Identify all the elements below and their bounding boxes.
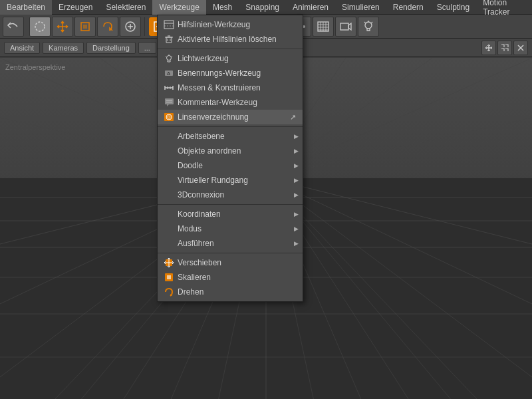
dropdown-item-messen[interactable]: Messen & Konstruieren — [158, 80, 303, 95]
cursor-indicator: ↗ — [290, 113, 296, 122]
svg-rect-90 — [167, 275, 171, 279]
dropdown-item-koordinaten-label: Koordinaten — [178, 209, 221, 219]
tb2-more[interactable]: ... — [138, 42, 156, 54]
svg-text:A: A — [167, 71, 170, 76]
dropdown-item-drehen[interactable]: Drehen — [158, 285, 303, 299]
delete-icon — [163, 35, 175, 44]
toolbar-video[interactable] — [335, 17, 356, 37]
svg-line-71 — [166, 56, 166, 57]
menu-motiontracker[interactable]: Motion Tracker — [476, 0, 532, 15]
menu-erzeugen[interactable]: Erzeugen — [52, 0, 99, 15]
dropdown-item-ausfuehren[interactable]: Ausführen — [158, 236, 303, 251]
tb2-kameras[interactable]: Kameras — [43, 42, 84, 54]
menu-simulieren[interactable]: Simulieren — [335, 0, 386, 15]
dropdown-item-arbeitsebene[interactable]: Arbeitsebene — [158, 129, 303, 144]
dropdown-item-messen-label: Messen & Konstruieren — [178, 83, 261, 92]
dropdown-section-werkzeuge: Lichtwerkzeug A Benennungs-Werkzeug — [158, 49, 303, 127]
dropdown-item-virtueller-rundgang[interactable]: Virtueller Rundgang — [158, 173, 303, 188]
svg-rect-62 — [164, 21, 174, 29]
dropdown-item-linsenverzeichnung-label: Linsenverzeichnung — [178, 112, 249, 122]
svg-point-69 — [167, 56, 172, 61]
svg-line-22 — [364, 22, 366, 23]
dropdown-item-modus[interactable]: Modus — [158, 221, 303, 236]
werkzeuge-dropdown: Hilfslinien-Werkzeug Aktivierte Hilfslin… — [157, 15, 303, 302]
light-icon — [163, 54, 175, 63]
dropdown-item-hilfslinien[interactable]: Hilfslinien-Werkzeug — [158, 17, 303, 32]
rename-icon: A — [163, 68, 175, 78]
lens-icon — [163, 112, 175, 122]
svg-rect-19 — [340, 23, 348, 30]
toolbar-texture[interactable] — [313, 17, 334, 37]
dropdown-item-modus-label: Modus — [178, 224, 201, 233]
dropdown-item-lichtwerkzeug-label: Lichtwerkzeug — [178, 54, 229, 63]
dropdown-item-kommentar-label: Kommentar-Werkzeug — [178, 98, 257, 107]
dropdown-item-3dconnexion-label: 3Dconnexion — [178, 190, 224, 200]
scale-icon — [163, 273, 175, 282]
toolbar-scale[interactable] — [74, 17, 96, 37]
dropdown-item-3dconnexion[interactable]: 3Dconnexion — [158, 188, 303, 202]
svg-point-0 — [35, 22, 45, 31]
dropdown-item-verschieben[interactable]: Verschieben — [158, 255, 303, 270]
toolbar-add[interactable] — [120, 17, 141, 37]
svg-point-20 — [365, 22, 372, 29]
rotate-icon — [163, 287, 175, 297]
measure-icon — [163, 83, 175, 92]
dropdown-item-benennungs-label: Benennungs-Werkzeug — [178, 68, 261, 78]
toolbar-undo[interactable] — [3, 17, 24, 37]
dropdown-item-doodle[interactable]: Doodle — [158, 158, 303, 173]
tb2-ansicht[interactable]: Ansicht — [4, 42, 40, 54]
dropdown-item-drehen-label: Drehen — [178, 287, 203, 297]
dropdown-item-hilfslinien-loeschen[interactable]: Aktivierte Hilfslinien löschen — [158, 32, 303, 47]
tb2-close-icon[interactable] — [513, 41, 528, 55]
viewport-label: Zentralperspektive — [5, 63, 66, 71]
menu-bearbeiten[interactable]: Bearbeiten — [0, 0, 52, 15]
dropdown-item-hilfslinien-label: Hilfslinien-Werkzeug — [178, 20, 250, 29]
dropdown-item-skalieren-label: Skalieren — [178, 273, 211, 282]
separator-1 — [144, 17, 145, 36]
toolbar-move[interactable] — [52, 17, 73, 37]
toolbar-light-bulb[interactable] — [358, 17, 379, 37]
menu-sculpting[interactable]: Sculpting — [430, 0, 476, 15]
menu-snapping[interactable]: Snapping — [239, 0, 286, 15]
move-icon — [163, 258, 175, 267]
dropdown-section-submenus1: Arbeitsebene Objekte anordnen Doodle Vir… — [158, 127, 303, 205]
dropdown-item-kommentar[interactable]: Kommentar-Werkzeug — [158, 95, 303, 110]
tb2-arrows-icon[interactable] — [481, 41, 496, 55]
dropdown-item-linsenverzeichnung[interactable]: Linsenverzeichnung ↗ — [158, 110, 303, 124]
toolbar-select[interactable] — [29, 17, 51, 37]
toolbar-rotate[interactable] — [97, 17, 118, 37]
svg-line-72 — [172, 56, 172, 57]
dropdown-item-koordinaten[interactable]: Koordinaten — [158, 207, 303, 221]
dropdown-item-verschieben-label: Verschieben — [178, 258, 221, 267]
dropdown-item-skalieren[interactable]: Skalieren — [158, 270, 303, 285]
dropdown-item-benennungs[interactable]: A Benennungs-Werkzeug — [158, 66, 303, 80]
tb2-expand-icon[interactable] — [497, 41, 512, 55]
dropdown-item-virtueller-rundgang-label: Virtueller Rundgang — [178, 176, 248, 185]
dropdown-section-submenus2: Koordinaten Modus Ausführen — [158, 205, 303, 253]
dropdown-item-lichtwerkzeug[interactable]: Lichtwerkzeug — [158, 51, 303, 66]
tb2-darstellung[interactable]: Darstellung — [86, 42, 136, 54]
menubar: Bearbeiten Erzeugen Selektieren Werkzeug… — [0, 0, 532, 15]
dropdown-item-doodle-label: Doodle — [178, 161, 203, 170]
hilfslinien-icon — [163, 20, 175, 29]
menu-werkzeuge[interactable]: Werkzeuge — [152, 0, 205, 15]
menu-mesh[interactable]: Mesh — [206, 0, 239, 15]
svg-rect-80 — [165, 98, 174, 104]
comment-icon — [163, 98, 175, 107]
dropdown-section-hilfslinien: Hilfslinien-Werkzeug Aktivierte Hilfslin… — [158, 15, 303, 49]
svg-line-23 — [372, 22, 373, 23]
dropdown-item-objekte-anordnen-label: Objekte anordnen — [178, 146, 241, 156]
svg-rect-2 — [83, 25, 87, 29]
dropdown-item-hilfslinien-loeschen-label: Aktivierte Hilfslinien löschen — [178, 35, 277, 44]
menu-rendern[interactable]: Rendern — [386, 0, 430, 15]
dropdown-item-ausfuehren-label: Ausführen — [178, 239, 214, 248]
menu-animieren[interactable]: Animieren — [286, 0, 335, 15]
menu-selektieren[interactable]: Selektieren — [99, 0, 152, 15]
dropdown-item-objekte-anordnen[interactable]: Objekte anordnen — [158, 144, 303, 158]
dropdown-section-transform: Verschieben Skalieren Drehen — [158, 253, 303, 301]
dropdown-item-arbeitsebene-label: Arbeitsebene — [178, 132, 225, 141]
